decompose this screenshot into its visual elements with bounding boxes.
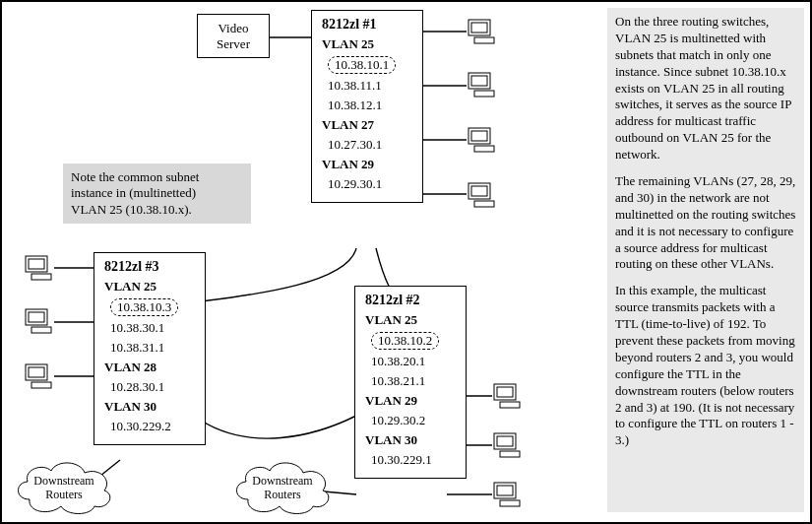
svg-rect-14 [471, 23, 487, 33]
pc-icon [24, 307, 55, 335]
switch2-ip3: 10.38.21.1 [371, 373, 456, 389]
switch1-ip1: 10.38.10.1 [328, 56, 396, 74]
switch2-ip5: 10.30.229.1 [371, 452, 456, 468]
svg-rect-21 [474, 146, 494, 152]
svg-rect-17 [471, 76, 487, 86]
switch3-ip4: 10.28.30.1 [110, 379, 195, 395]
downstream-routers-cloud-right: Downstream Routers [228, 455, 337, 516]
switch2-ip4: 10.29.30.2 [371, 413, 456, 428]
switch3-ip3: 10.38.31.1 [110, 340, 195, 356]
svg-rect-32 [29, 367, 44, 377]
pc-icon [492, 481, 524, 508]
pc-icon [24, 362, 55, 390]
svg-rect-38 [497, 436, 513, 446]
cloud-left-line2: Routers [45, 488, 83, 501]
explanation-panel: On the three routing switches, VLAN 25 i… [607, 8, 804, 512]
svg-rect-42 [500, 500, 520, 506]
svg-rect-20 [471, 131, 487, 141]
switch1-vlan29: VLAN 29 [322, 157, 412, 172]
switch1-vlan25: VLAN 25 [322, 36, 412, 52]
cloud-right-line2: Routers [264, 488, 301, 501]
pc-icon [467, 18, 498, 45]
pc-icon [492, 431, 524, 459]
downstream-routers-cloud-left: Downstream Routers [10, 455, 118, 516]
note-line3: VLAN 25 (10.38.10.x). [71, 202, 243, 218]
svg-rect-23 [471, 186, 487, 196]
pc-icon [467, 181, 498, 209]
note-box: Note the common subnet instance in (mult… [63, 164, 251, 224]
switch1-ip4: 10.27.30.1 [328, 137, 412, 153]
svg-rect-30 [31, 327, 51, 333]
switch2-vlan25: VLAN 25 [365, 312, 456, 328]
switch2-ip2: 10.38.20.1 [371, 354, 456, 369]
switch3-ip1: 10.38.10.3 [110, 298, 178, 316]
svg-rect-18 [474, 91, 494, 97]
svg-rect-26 [29, 259, 44, 269]
svg-rect-39 [500, 451, 520, 457]
pc-icon [467, 126, 498, 154]
svg-rect-36 [500, 402, 520, 408]
video-server-label-2: Server [208, 36, 259, 52]
pc-icon [24, 254, 55, 282]
switch2-vlan29: VLAN 29 [365, 393, 456, 409]
svg-rect-15 [474, 37, 494, 43]
cloud-right-line1: Downstream [252, 474, 313, 488]
explanation-p3: In this example, the multicast source tr… [615, 283, 796, 449]
pc-icon [492, 382, 524, 410]
svg-rect-24 [474, 201, 494, 207]
note-line1: Note the common subnet [71, 169, 243, 185]
svg-rect-33 [31, 382, 51, 388]
switch3-ip2: 10.38.30.1 [110, 320, 195, 336]
svg-rect-27 [31, 274, 51, 280]
switch1-vlan27: VLAN 27 [322, 117, 412, 133]
switch2-vlan30: VLAN 30 [365, 432, 456, 448]
svg-rect-41 [497, 486, 513, 495]
svg-rect-29 [29, 312, 44, 322]
switch2-title: 8212zl #2 [365, 293, 456, 308]
switch1-ip3: 10.38.12.1 [328, 98, 412, 113]
switch-8212zl-3: 8212zl #3 VLAN 25 10.38.10.3 10.38.30.1 … [94, 252, 206, 445]
diagram-frame: Video Server Note the common subnet inst… [0, 0, 812, 524]
switch3-title: 8212zl #3 [104, 259, 195, 275]
svg-rect-35 [497, 387, 513, 397]
switch1-ip2: 10.38.11.1 [328, 78, 412, 94]
video-server-label-1: Video [208, 21, 259, 36]
explanation-p2: The remaining VLANs (27, 28, 29, and 30)… [615, 173, 796, 273]
switch2-ip1: 10.38.10.2 [371, 332, 439, 350]
switch-8212zl-1: 8212zl #1 VLAN 25 10.38.10.1 10.38.11.1 … [311, 10, 423, 203]
explanation-p1: On the three routing switches, VLAN 25 i… [615, 14, 796, 164]
switch3-vlan25: VLAN 25 [104, 279, 195, 295]
cloud-left-line1: Downstream [33, 474, 94, 488]
switch3-vlan28: VLAN 28 [104, 360, 195, 375]
switch3-ip5: 10.30.229.2 [110, 419, 195, 434]
video-server: Video Server [197, 14, 270, 58]
switch1-title: 8212zl #1 [322, 17, 412, 33]
switch1-ip5: 10.29.30.1 [328, 176, 412, 192]
note-line2: instance in (multinetted) [71, 185, 243, 201]
switch-8212zl-2: 8212zl #2 VLAN 25 10.38.10.2 10.38.20.1 … [354, 286, 467, 479]
pc-icon [467, 71, 498, 98]
switch3-vlan30: VLAN 30 [104, 399, 195, 415]
